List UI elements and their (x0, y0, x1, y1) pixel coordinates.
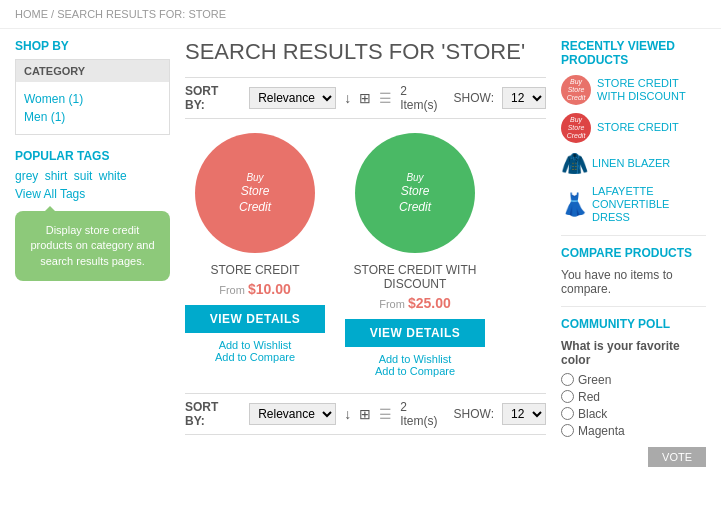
tag-suit[interactable]: suit (74, 169, 93, 183)
compare-section: COMPARE PRODUCTS You have no items to co… (561, 246, 706, 296)
sort-arrow-top[interactable]: ↓ (344, 90, 351, 106)
rv-thumb-0: BuyStoreCredit (561, 75, 591, 105)
poll-option-1: Red (561, 390, 706, 404)
popular-tags-section: POPULAR TAGS grey shirt suit white View … (15, 149, 170, 201)
divider-2 (561, 306, 706, 307)
show-label-bottom: SHOW: (454, 407, 494, 421)
sort-label-bottom: SORT BY: (185, 400, 239, 428)
tag-grey[interactable]: grey (15, 169, 38, 183)
items-count-top: 2 Item(s) (400, 84, 445, 112)
product-card-1: Buy Store Credit STORE CREDIT WITH DISCO… (345, 133, 485, 377)
grid-view-icon-bottom[interactable]: ⊞ (359, 406, 371, 422)
view-details-button-1[interactable]: VIEW DETAILS (345, 319, 485, 347)
vote-button[interactable]: VOTE (648, 447, 706, 467)
grid-view-icon[interactable]: ⊞ (359, 90, 371, 106)
compare-text: You have no items to compare. (561, 268, 706, 296)
items-count-bottom: 2 Item(s) (400, 400, 445, 428)
toolbar-bottom: SORT BY: Relevance ↓ ⊞ ☰ 2 Item(s) SHOW:… (185, 393, 546, 435)
tag-shirt[interactable]: shirt (45, 169, 68, 183)
breadcrumb-separator: / (51, 8, 54, 20)
poll-question: What is your favorite color (561, 339, 706, 367)
product-price-0: From $10.00 (185, 281, 325, 297)
show-label-top: SHOW: (454, 91, 494, 105)
add-to-compare-0[interactable]: Add to Compare (185, 351, 325, 363)
rv-item-2: 🧥 LINEN BLAZER (561, 151, 706, 177)
rv-item-1: BuyStoreCredit STORE CREDIT (561, 113, 706, 143)
product-links-1: Add to Wishlist Add to Compare (345, 353, 485, 377)
rv-item-0: BuyStoreCredit STORE CREDIT WITH DISCOUN… (561, 75, 706, 105)
tooltip-text: Display store credit products on categor… (30, 224, 154, 267)
tooltip-bubble: Display store credit products on categor… (15, 211, 170, 281)
sort-arrow-bottom[interactable]: ↓ (344, 406, 351, 422)
divider-1 (561, 235, 706, 236)
poll-radio-2[interactable] (561, 407, 574, 420)
rv-item-name-3[interactable]: LAFAYETTE CONVERTIBLE DRESS (592, 185, 706, 225)
main-content: SEARCH RESULTS FOR 'STORE' SORT BY: Rele… (185, 39, 546, 467)
product-grid: Buy Store Credit STORE CREDIT From $10.0… (185, 133, 546, 377)
product-image-label-1: Buy Store Credit (399, 171, 431, 215)
view-details-button-0[interactable]: VIEW DETAILS (185, 305, 325, 333)
toolbar-top: SORT BY: Relevance ↓ ⊞ ☰ 2 Item(s) SHOW:… (185, 77, 546, 119)
shop-by-label: SHOP BY (15, 39, 170, 53)
rv-item-name-2[interactable]: LINEN BLAZER (592, 157, 670, 170)
poll-option-label-0: Green (578, 373, 611, 387)
poll-radio-0[interactable] (561, 373, 574, 386)
list-view-icon[interactable]: ☰ (379, 90, 392, 106)
rv-item-3: 👗 LAFAYETTE CONVERTIBLE DRESS (561, 185, 706, 225)
category-box: CATEGORY Women (1) Men (1) (15, 59, 170, 135)
poll-radio-3[interactable] (561, 424, 574, 437)
product-image-1: Buy Store Credit (355, 133, 475, 253)
poll-option-label-3: Magenta (578, 424, 625, 438)
poll-option-label-1: Red (578, 390, 600, 404)
sidebar-item-men[interactable]: Men (1) (24, 108, 161, 126)
product-price-1: From $25.00 (345, 295, 485, 311)
tag-white[interactable]: white (99, 169, 127, 183)
poll-section: COMMUNITY POLL What is your favorite col… (561, 317, 706, 438)
product-image-label-0: Buy Store Credit (239, 171, 271, 215)
left-sidebar: SHOP BY CATEGORY Women (1) Men (1) POPUL… (15, 39, 170, 467)
poll-radio-1[interactable] (561, 390, 574, 403)
poll-option-0: Green (561, 373, 706, 387)
show-select-top[interactable]: 12 (502, 87, 546, 109)
add-to-wishlist-1[interactable]: Add to Wishlist (345, 353, 485, 365)
right-sidebar: RECENTLY VIEWED PRODUCTS BuyStoreCredit … (561, 39, 706, 467)
product-links-0: Add to Wishlist Add to Compare (185, 339, 325, 363)
view-all-tags-link[interactable]: View All Tags (15, 187, 85, 201)
show-select-bottom[interactable]: 12 (502, 403, 546, 425)
product-name-1: STORE CREDIT WITH DISCOUNT (345, 263, 485, 291)
category-label: CATEGORY (16, 60, 169, 82)
product-name-0: STORE CREDIT (185, 263, 325, 277)
sort-select-bottom[interactable]: Relevance (249, 403, 336, 425)
rv-item-name-1[interactable]: STORE CREDIT (597, 121, 679, 134)
page-title: SEARCH RESULTS FOR 'STORE' (185, 39, 546, 65)
rv-item-name-0[interactable]: STORE CREDIT WITH DISCOUNT (597, 77, 706, 103)
breadcrumb-home[interactable]: HOME (15, 8, 48, 20)
rv-thumb-3: 👗 (561, 192, 586, 218)
sidebar-item-women[interactable]: Women (1) (24, 90, 161, 108)
add-to-compare-1[interactable]: Add to Compare (345, 365, 485, 377)
breadcrumb: HOME / SEARCH RESULTS FOR: STORE (0, 0, 721, 29)
list-view-icon-bottom[interactable]: ☰ (379, 406, 392, 422)
popular-tags-label: POPULAR TAGS (15, 149, 170, 163)
sort-select-top[interactable]: Relevance (249, 87, 336, 109)
breadcrumb-current: SEARCH RESULTS FOR: STORE (57, 8, 226, 20)
tag-links: grey shirt suit white (15, 169, 170, 183)
poll-option-3: Magenta (561, 424, 706, 438)
rv-thumb-2: 🧥 (561, 151, 586, 177)
product-card-0: Buy Store Credit STORE CREDIT From $10.0… (185, 133, 325, 377)
poll-option-2: Black (561, 407, 706, 421)
recently-viewed-label: RECENTLY VIEWED PRODUCTS (561, 39, 706, 67)
poll-label: COMMUNITY POLL (561, 317, 706, 331)
poll-option-label-2: Black (578, 407, 607, 421)
compare-label: COMPARE PRODUCTS (561, 246, 706, 260)
rv-thumb-1: BuyStoreCredit (561, 113, 591, 143)
sort-label-top: SORT BY: (185, 84, 239, 112)
product-image-0: Buy Store Credit (195, 133, 315, 253)
add-to-wishlist-0[interactable]: Add to Wishlist (185, 339, 325, 351)
